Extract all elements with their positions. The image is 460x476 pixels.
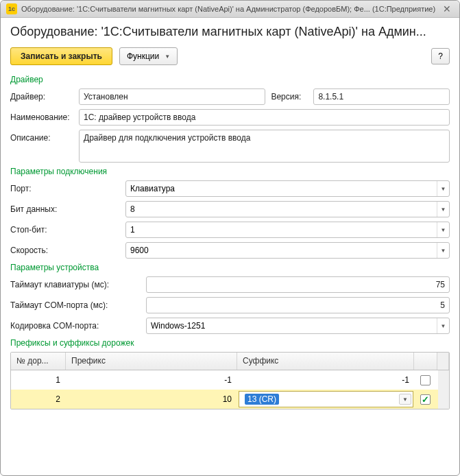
stopbit-select[interactable]: 1 ▼ xyxy=(125,222,450,238)
titlebar: 1c Оборудование: '1С:Считыватели магнитн… xyxy=(1,1,459,18)
description-label: Описание: xyxy=(10,130,73,143)
name-field[interactable]: 1С: драйвер устройств ввода xyxy=(79,109,450,126)
functions-label: Функции xyxy=(127,51,159,61)
scrollbar-track[interactable] xyxy=(438,390,449,409)
section-device-title: Параметры устройства xyxy=(10,263,450,272)
checkbox-checked-icon xyxy=(420,394,431,405)
chevron-down-icon: ▼ xyxy=(165,53,170,60)
chevron-down-icon[interactable]: ▼ xyxy=(437,318,449,333)
help-button[interactable]: ? xyxy=(431,48,450,64)
scrollbar[interactable] xyxy=(437,353,449,370)
chevron-down-icon[interactable]: ▼ xyxy=(437,243,449,258)
row2-suffix-value: 13 (CR) xyxy=(245,394,279,405)
chevron-down-icon[interactable]: ▼ xyxy=(437,181,449,196)
row1-track: 1 xyxy=(11,370,66,390)
app-icon: 1c xyxy=(6,3,17,14)
section-driver-title: Драйвер xyxy=(10,75,450,84)
version-label: Версия: xyxy=(271,88,308,102)
version-field[interactable]: 8.1.5.1 xyxy=(313,88,450,105)
titlebar-text: Оборудование: '1С:Считыватели магнитных … xyxy=(21,5,440,13)
com-encoding-value: Windows-1251 xyxy=(147,318,437,333)
kb-timeout-field[interactable]: 75 xyxy=(146,276,450,293)
description-field[interactable]: Драйвер для подключения устройств ввода xyxy=(79,130,450,163)
row2-suffix[interactable]: 13 (CR) ▼ xyxy=(239,391,413,407)
save-and-close-button[interactable]: Записать и закрыть xyxy=(10,47,112,65)
page-title: Оборудование: '1С:Считыватели магнитных … xyxy=(10,25,450,39)
table-row[interactable]: 1 -1 -1 xyxy=(11,370,449,390)
databits-value: 8 xyxy=(126,202,437,217)
toolbar: Записать и закрыть Функции ▼ ? xyxy=(10,47,450,65)
databits-select[interactable]: 8 ▼ xyxy=(125,201,450,217)
row2-prefix: 10 xyxy=(66,390,237,409)
table-row[interactable]: 2 10 13 (CR) ▼ xyxy=(11,390,449,409)
col-track-header[interactable]: № дор... xyxy=(11,353,66,370)
row1-prefix: -1 xyxy=(66,370,237,390)
port-value: Клавиатура xyxy=(126,181,437,196)
com-encoding-select[interactable]: Windows-1251 ▼ xyxy=(146,318,450,334)
speed-value: 9600 xyxy=(126,243,437,258)
row1-check[interactable] xyxy=(415,370,438,390)
stopbit-value: 1 xyxy=(126,222,437,237)
scrollbar-track[interactable] xyxy=(438,370,449,390)
com-timeout-label: Таймаут COM-порта (мс): xyxy=(10,297,141,310)
section-tracks-title: Префиксы и суффиксы дорожек xyxy=(10,338,450,348)
functions-button[interactable]: Функции ▼ xyxy=(119,47,178,65)
tracks-grid: № дор... Префикс Суффикс 1 -1 -1 2 10 13… xyxy=(10,352,450,409)
row2-check[interactable] xyxy=(415,390,438,409)
driver-status-field[interactable]: Установлен xyxy=(79,88,265,105)
driver-label: Драйвер: xyxy=(10,88,73,102)
port-select[interactable]: Клавиатура ▼ xyxy=(125,180,450,197)
com-timeout-field[interactable]: 5 xyxy=(146,297,450,313)
col-suffix-header[interactable]: Суффикс xyxy=(237,353,414,370)
chevron-down-icon[interactable]: ▼ xyxy=(437,222,449,237)
checkbox-icon xyxy=(420,375,431,385)
close-icon[interactable]: ✕ xyxy=(440,3,454,14)
port-label: Порт: xyxy=(10,180,120,193)
com-encoding-label: Кодировка COM-порта: xyxy=(10,318,141,331)
chevron-down-icon[interactable]: ▼ xyxy=(399,394,411,405)
speed-select[interactable]: 9600 ▼ xyxy=(125,242,450,259)
col-check-header xyxy=(414,353,437,370)
section-connection-title: Параметры подключения xyxy=(10,167,450,176)
chevron-down-icon[interactable]: ▼ xyxy=(437,202,449,217)
kb-timeout-label: Таймаут клавиатуры (мс): xyxy=(10,276,141,289)
row1-suffix: -1 xyxy=(237,370,415,390)
row2-track: 2 xyxy=(11,390,66,409)
databits-label: Бит данных: xyxy=(10,201,120,214)
grid-header: № дор... Префикс Суффикс xyxy=(11,353,449,370)
stopbit-label: Стоп-бит: xyxy=(10,222,120,235)
name-label: Наименование: xyxy=(10,109,73,122)
speed-label: Скорость: xyxy=(10,242,120,255)
col-prefix-header[interactable]: Префикс xyxy=(66,353,237,370)
